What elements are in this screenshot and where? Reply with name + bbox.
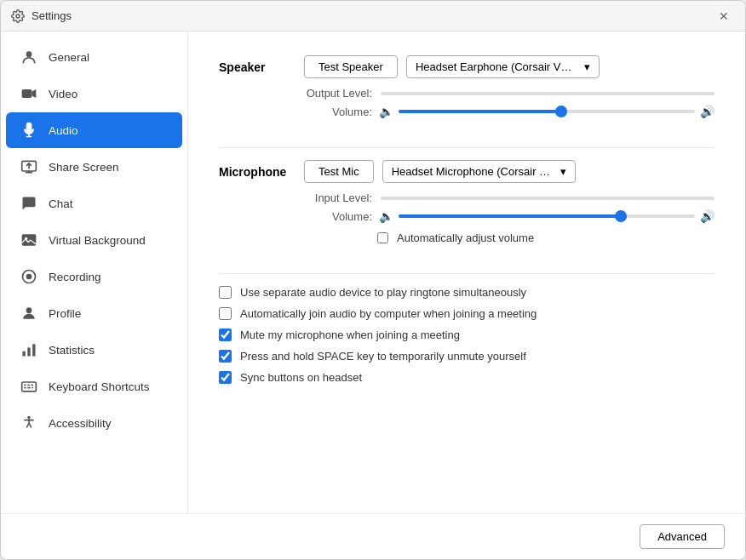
speaker-volume-track[interactable] [399, 110, 695, 113]
microphone-controls: Test Mic Headset Microphone (Corsair V..… [304, 160, 714, 253]
chevron-down-icon-mic: ▾ [560, 165, 566, 178]
mute-join-checkbox[interactable] [219, 329, 232, 341]
microphone-volume-label: Volume: [304, 210, 372, 223]
auto-join-label: Automatically join audio by computer whe… [240, 307, 537, 320]
svg-rect-18 [24, 387, 26, 389]
svg-rect-20 [32, 387, 33, 389]
sidebar-item-statistics[interactable]: Statistics [6, 332, 182, 368]
auto-adjust-checkbox[interactable] [377, 232, 388, 243]
mute-join-label: Mute my microphone when joining a meetin… [240, 329, 460, 341]
speaker-device-name: Headset Earphone (Corsair VOID... [416, 60, 577, 73]
video-icon [20, 84, 38, 103]
share-screen-icon [20, 157, 38, 176]
speaker-volume-fill [399, 110, 561, 113]
svg-point-1 [26, 51, 32, 57]
svg-point-10 [26, 307, 32, 313]
microphone-device-name: Headset Microphone (Corsair V... [392, 165, 554, 178]
close-button[interactable]: ✕ [713, 5, 735, 27]
settings-window: Settings ✕ General Video [0, 0, 746, 560]
test-speaker-button[interactable]: Test Speaker [304, 55, 398, 78]
microphone-controls-row: Test Mic Headset Microphone (Corsair V..… [304, 160, 714, 183]
sidebar-item-virtual-background[interactable]: Virtual Background [6, 222, 182, 258]
sidebar-item-keyboard-shortcuts[interactable]: Keyboard Shortcuts [6, 369, 182, 404]
microphone-label: Microphone [219, 160, 304, 179]
mic-volume-low-icon: 🔈 [379, 209, 393, 223]
general-icon [20, 48, 38, 66]
advanced-button[interactable]: Advanced [640, 524, 725, 549]
checkbox-separate-audio: Use separate audio device to play ringto… [219, 286, 714, 299]
microphone-volume-thumb[interactable] [615, 210, 627, 222]
main-content: General Video Audio Sha [1, 31, 745, 513]
svg-rect-16 [27, 385, 30, 386]
output-level-label: Output Level: [304, 87, 372, 100]
speaker-volume-thumb[interactable] [555, 106, 567, 117]
audio-icon [20, 121, 38, 140]
svg-point-0 [16, 14, 20, 18]
sidebar-item-video[interactable]: Video [6, 76, 182, 111]
microphone-volume-slider-container: 🔈 🔊 [379, 209, 714, 223]
statistics-icon [20, 340, 38, 359]
output-level-bar [381, 92, 714, 95]
sync-headset-checkbox[interactable] [219, 371, 232, 384]
input-level-row: Input Level: [304, 191, 714, 204]
sidebar-item-accessibility[interactable]: Accessibility [6, 405, 182, 441]
divider-2 [219, 273, 714, 274]
checkbox-auto-join: Automatically join audio by computer whe… [219, 307, 714, 320]
microphone-volume-track[interactable] [399, 214, 695, 218]
window-title: Settings [11, 9, 72, 23]
speaker-volume-label: Volume: [304, 106, 372, 118]
sidebar: General Video Audio Sha [1, 31, 188, 513]
sync-headset-label: Sync buttons on headset [240, 371, 362, 384]
microphone-volume-fill [399, 214, 621, 218]
input-level-label: Input Level: [304, 191, 372, 204]
speaker-device-select[interactable]: Headset Earphone (Corsair VOID... ▾ [406, 55, 600, 78]
speaker-volume-slider-container: 🔈 🔊 [379, 105, 714, 118]
svg-rect-19 [27, 387, 30, 389]
content-area: Speaker Test Speaker Headset Earphone (C… [188, 31, 745, 513]
titlebar: Settings ✕ [1, 1, 745, 31]
sidebar-item-profile[interactable]: Profile [6, 295, 182, 331]
sidebar-item-audio[interactable]: Audio [6, 112, 182, 148]
footer: Advanced [1, 513, 745, 559]
chat-icon [20, 194, 38, 213]
divider-1 [219, 147, 714, 148]
separate-audio-checkbox[interactable] [219, 286, 232, 299]
speaker-controls: Test Speaker Headset Earphone (Corsair V… [304, 55, 714, 127]
settings-icon [11, 9, 25, 23]
profile-icon [20, 304, 38, 323]
svg-rect-11 [23, 351, 26, 357]
speaker-section: Speaker Test Speaker Headset Earphone (C… [219, 55, 714, 127]
svg-point-9 [26, 274, 32, 280]
volume-high-icon: 🔊 [700, 105, 714, 118]
checkbox-mute-join: Mute my microphone when joining a meetin… [219, 329, 714, 341]
speaker-label: Speaker [219, 55, 304, 74]
press-space-checkbox[interactable] [219, 350, 232, 363]
test-mic-button[interactable]: Test Mic [304, 160, 374, 183]
chevron-down-icon: ▾ [584, 60, 590, 73]
svg-rect-17 [32, 385, 34, 386]
press-space-label: Press and hold SPACE key to temporarily … [240, 350, 526, 363]
svg-rect-14 [22, 382, 37, 391]
input-level-bar [381, 197, 714, 200]
virtual-background-icon [20, 231, 38, 249]
sidebar-item-chat[interactable]: Chat [6, 186, 182, 221]
output-level-row: Output Level: [304, 87, 714, 100]
sidebar-item-recording[interactable]: Recording [6, 259, 182, 294]
mic-volume-high-icon: 🔊 [700, 209, 714, 223]
speaker-volume-row: Volume: 🔈 🔊 [304, 105, 714, 118]
svg-rect-15 [24, 385, 26, 386]
auto-join-checkbox[interactable] [219, 307, 232, 320]
microphone-section: Microphone Test Mic Headset Microphone (… [219, 160, 714, 253]
volume-low-icon: 🔈 [379, 105, 393, 118]
keyboard-shortcuts-icon [20, 377, 38, 396]
checkbox-press-space: Press and hold SPACE key to temporarily … [219, 350, 714, 363]
accessibility-icon [20, 414, 38, 432]
sidebar-item-general[interactable]: General [6, 39, 182, 75]
sidebar-item-share-screen[interactable]: Share Screen [6, 149, 182, 185]
speaker-controls-row: Test Speaker Headset Earphone (Corsair V… [304, 55, 714, 78]
microphone-device-select[interactable]: Headset Microphone (Corsair V... ▾ [382, 160, 576, 183]
svg-rect-2 [22, 89, 32, 98]
svg-rect-13 [32, 344, 35, 356]
recording-icon [20, 267, 38, 286]
separate-audio-label: Use separate audio device to play ringto… [240, 286, 526, 299]
